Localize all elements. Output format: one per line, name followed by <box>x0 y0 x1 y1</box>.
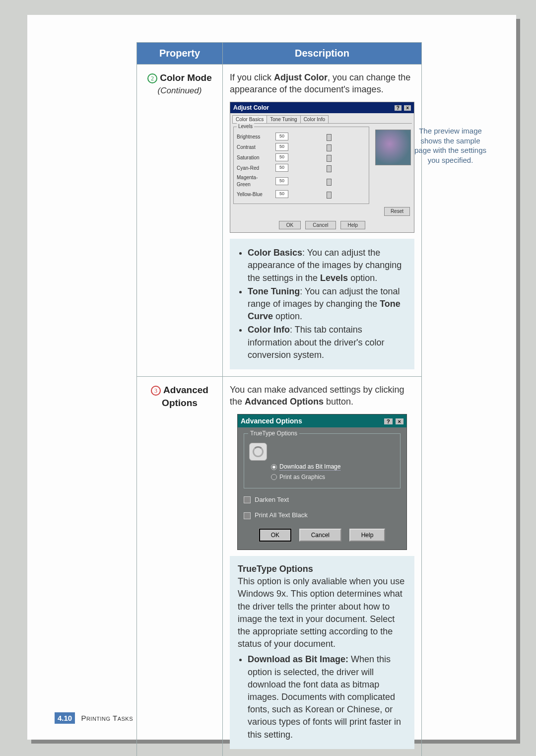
slider-label: Contrast <box>237 144 271 151</box>
slider-value[interactable]: 50 <box>275 133 288 140</box>
truetype-group-label: TrueType Options <box>248 429 299 437</box>
dialog-titlebar: Adjust Color ? × <box>230 102 414 113</box>
checkbox-darken-text[interactable]: Darken Text <box>244 495 401 504</box>
slider-brightness: Brightness50 <box>237 133 366 140</box>
row-advanced-options: 3 Advanced Options You can make advanced… <box>137 376 422 756</box>
levels-group: Levels Brightness50Contrast50Saturation5… <box>233 127 369 204</box>
tab-tone-tuning[interactable]: Tone Tuning <box>267 115 301 124</box>
adv-title-text: Advanced Options <box>241 416 302 426</box>
truetype-icon <box>249 443 267 461</box>
bullet-color-basics: Color Basics: You can adjust the appeara… <box>248 247 406 284</box>
badge-2-icon: 2 <box>147 73 157 83</box>
slider-track[interactable] <box>292 191 366 198</box>
adv-titlebar: Advanced Options ? × <box>238 414 406 428</box>
adv-intro-b: Advanced Options <box>245 397 324 407</box>
property-title: Color Mode <box>160 72 212 83</box>
slider-magenta-green: Magenta-Green50 <box>237 174 366 188</box>
slider-track[interactable] <box>292 143 366 150</box>
section-title: Printing Tasks <box>81 714 133 722</box>
slider-value[interactable]: 50 <box>275 153 288 161</box>
preview-callout: The preview image shows the sample page … <box>412 126 489 165</box>
slider-contrast: Contrast50 <box>237 143 366 151</box>
page-number-box: 4.10 <box>55 712 75 724</box>
checkbox-print-all-black[interactable]: Print All Text Black <box>244 511 401 520</box>
intro-text: If you click <box>230 72 274 82</box>
property-cell-advanced: 3 Advanced Options <box>137 376 223 756</box>
bullet-tone-tuning: Tone Tuning: You can adjust the tonal ra… <box>248 285 406 323</box>
truetype-info-box: TrueType Options This option is only ava… <box>230 556 414 749</box>
slider-label: Saturation <box>237 154 271 161</box>
radio-print-as-graphics[interactable]: Print as Graphics <box>271 473 395 481</box>
truetype-group: TrueType Options Download as Bit Image P… <box>244 433 401 488</box>
slider-label: Magenta-Green <box>237 174 271 188</box>
bullet-color-info: Color Info: This tab contains informatio… <box>248 324 406 361</box>
help-button[interactable]: Help <box>349 529 386 542</box>
help-button[interactable]: Help <box>340 221 366 230</box>
cancel-button[interactable]: Cancel <box>305 221 335 230</box>
svg-text:3: 3 <box>154 387 157 394</box>
slider-track[interactable] <box>292 164 366 171</box>
slider-track[interactable] <box>292 178 366 185</box>
slider-label: Cyan-Red <box>237 165 271 172</box>
ok-button[interactable]: OK <box>279 221 301 230</box>
truetype-paragraph: This option is only avaliable when you u… <box>238 576 404 649</box>
bullet-download-bit-image: Download as Bit Image: When this option … <box>248 653 406 741</box>
levels-label: Levels <box>237 123 254 130</box>
svg-text:2: 2 <box>151 75 154 82</box>
ok-button[interactable]: OK <box>259 529 291 542</box>
dialog-buttons: OK Cancel Help <box>230 218 414 233</box>
tab-color-info[interactable]: Color Info <box>300 115 329 124</box>
radio-download-bit-image[interactable]: Download as Bit Image <box>271 463 395 471</box>
reset-button[interactable]: Reset <box>384 207 410 216</box>
dialog-tabs: Color Basics Tone Tuning Color Info <box>232 115 412 124</box>
slider-track[interactable] <box>292 133 366 140</box>
tab-color-basics[interactable]: Color Basics <box>232 115 267 124</box>
slider-cyan-red: Cyan-Red50 <box>237 164 366 172</box>
slider-track[interactable] <box>292 154 366 161</box>
intro-bold: Adjust Color <box>274 72 328 82</box>
description-cell-advanced: You can make advanced settings by clicki… <box>223 376 422 756</box>
dialog-title-text: Adjust Color <box>233 104 269 112</box>
slider-value[interactable]: 50 <box>275 190 288 198</box>
color-mode-bullets: Color Basics: You can adjust the appeara… <box>230 239 414 369</box>
preview-image <box>375 130 411 165</box>
header-description: Description <box>223 43 422 65</box>
adv-intro-c: button. <box>324 397 353 407</box>
slider-saturation: Saturation50 <box>237 153 366 161</box>
header-property: Property <box>137 43 223 65</box>
slider-value[interactable]: 50 <box>275 164 288 172</box>
page-footer: 4.10 Printing Tasks <box>55 712 133 724</box>
manual-page: Property Description 2 Color Mode (Conti… <box>27 15 516 740</box>
row-color-mode: 2 Color Mode (Continued) If you click Ad… <box>137 65 422 377</box>
cancel-button[interactable]: Cancel <box>299 529 341 542</box>
badge-3-icon: 3 <box>151 386 161 396</box>
property-subtitle: (Continued) <box>144 85 215 97</box>
truetype-heading: TrueType Options <box>238 564 313 574</box>
slider-label: Yellow-Blue <box>237 191 271 198</box>
property-table: Property Description 2 Color Mode (Conti… <box>136 42 422 756</box>
slider-value[interactable]: 50 <box>275 143 288 151</box>
close-icon[interactable]: × <box>404 105 411 111</box>
help-icon[interactable]: ? <box>395 105 402 111</box>
property-title-advanced: Advanced Options <box>162 385 208 408</box>
adjust-color-dialog: Adjust Color ? × Color Basics Tone Tunin… <box>230 102 414 233</box>
close-icon[interactable]: × <box>396 418 403 424</box>
advanced-options-dialog: Advanced Options ? × TrueType Options Do… <box>237 414 407 550</box>
slider-value[interactable]: 50 <box>275 177 288 185</box>
adv-buttons: OK Cancel Help <box>238 523 406 550</box>
slider-yellow-blue: Yellow-Blue50 <box>237 190 366 198</box>
help-icon[interactable]: ? <box>384 418 393 424</box>
description-cell-color-mode: If you click Adjust Color, you can chang… <box>223 65 422 377</box>
slider-label: Brightness <box>237 134 271 140</box>
property-cell-color-mode: 2 Color Mode (Continued) <box>137 65 223 377</box>
